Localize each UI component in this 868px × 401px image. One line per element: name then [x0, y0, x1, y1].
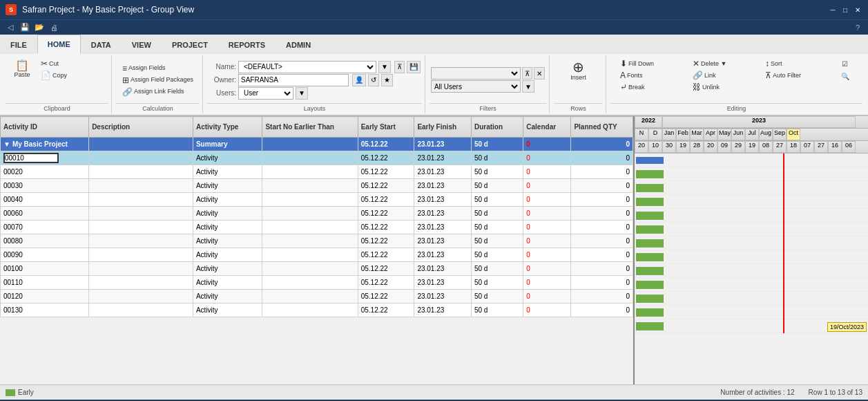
row-info: Row 1 to 13 of 13 [809, 389, 862, 396]
period-feb: Feb [676, 129, 690, 140]
assign-fields-button[interactable]: ≡ Assign Fields [119, 63, 189, 74]
table-row[interactable]: 00110Activity05.12.2223.01.2350 d00 [1, 276, 633, 290]
maximize-button[interactable]: □ [840, 5, 850, 15]
period-oct: Oct [787, 129, 800, 140]
search-button[interactable]: 🔍 [835, 71, 856, 82]
qa-save-button[interactable]: 💾 [19, 21, 31, 34]
tab-project[interactable]: PROJECT [162, 35, 218, 54]
col-early-start[interactable]: Early Start [358, 117, 414, 138]
table-row[interactable]: 00020Activity05.12.2223.01.2350 d00 [1, 165, 633, 179]
col-activity-type[interactable]: Activity Type [193, 117, 262, 138]
users-dropdown-btn[interactable]: ▼ [296, 87, 308, 100]
cut-icon: ✂ [41, 59, 48, 68]
filter-select1[interactable] [431, 67, 521, 80]
tab-admin[interactable]: ADMIN [276, 35, 321, 54]
gantt-bar [636, 157, 664, 164]
table-row[interactable]: 00060Activity05.12.2223.01.2350 d00 [1, 207, 633, 221]
col-planned-qty[interactable]: Planned QTY [571, 117, 633, 138]
ribbon-group-calculation: ≡ Assign Fields ⊞ Assign Field Packages … [113, 55, 203, 113]
cut-copy-group: ✂ Cut 📄 Copy [38, 58, 107, 81]
table-row[interactable]: 00080Activity05.12.2223.01.2350 d00 [1, 234, 633, 248]
filter-funnel-btn1[interactable]: ⊼ [522, 67, 532, 80]
gantt-row [635, 236, 868, 250]
col-start-ne[interactable]: Start No Earlier Than [262, 117, 358, 138]
paste-button[interactable]: 📋 Paste [7, 58, 37, 80]
grid-table-area[interactable]: Activity ID Description Activity Type St… [0, 116, 633, 384]
table-row[interactable]: 00070Activity05.12.2223.01.2350 d00 [1, 221, 633, 234]
col-calendar[interactable]: Calendar [523, 117, 571, 138]
today-date-label: 19/Oct/2023 [827, 322, 867, 332]
period-may: May [717, 129, 731, 140]
users-filter-select[interactable]: All Users [431, 80, 521, 93]
col-description[interactable]: Description [89, 117, 193, 138]
assign-link-fields-button[interactable]: 🔗 Assign Link Fields [119, 86, 189, 97]
filter-x-btn[interactable]: ✕ [534, 67, 545, 80]
table-row[interactable]: 00030Activity05.12.2223.01.2350 d00 [1, 179, 633, 193]
tab-reports[interactable]: REPORTS [218, 35, 276, 54]
expand-icon[interactable]: ▼ [3, 140, 10, 148]
table-row[interactable]: 00040Activity05.12.2223.01.2350 d00 [1, 193, 633, 207]
filter-funnel-btn2[interactable]: ▼ [522, 80, 534, 93]
owner-person-btn[interactable]: 👤 [352, 74, 366, 86]
checkmark-button[interactable]: ☑ [835, 58, 856, 70]
qa-back-button[interactable]: ◁ [4, 21, 17, 34]
auto-filter-button[interactable]: ⊼ Auto Filter [762, 70, 831, 81]
insert-button[interactable]: ⊕ Insert [566, 58, 590, 83]
qa-help-button[interactable]: ? [851, 21, 864, 34]
table-row[interactable]: 00090Activity05.12.2223.01.2350 d00 [1, 248, 633, 262]
break-button[interactable]: ⤶ Break [617, 82, 686, 93]
tab-view[interactable]: VIEW [122, 35, 162, 54]
cut-button[interactable]: ✂ Cut [38, 58, 107, 69]
table-row[interactable]: ▼My Basic ProjectSummary05.12.2223.01.23… [1, 138, 633, 151]
col-early-finish[interactable]: Early Finish [414, 117, 472, 138]
activity-count: Number of activities : 12 [720, 389, 794, 396]
day-27b: 27 [814, 141, 828, 153]
table-row[interactable]: 00130Activity05.12.2223.01.2350 d00 [1, 304, 633, 317]
users-select[interactable]: User [238, 87, 293, 100]
qa-print-button[interactable]: 🖨 [48, 21, 60, 34]
unlink-button[interactable]: ⛓ Unlink [690, 82, 759, 93]
name-dropdown-btn[interactable]: ▼ [378, 61, 391, 73]
gantt-row [635, 209, 868, 223]
ribbon-group-clipboard: 📋 Paste ✂ Cut 📄 Copy Clipboard [3, 55, 112, 113]
star-btn[interactable]: ★ [381, 74, 393, 86]
rows-items: ⊕ Insert [564, 57, 592, 103]
ribbon-tabs: FILE HOME DATA VIEW PROJECT REPORTS ADMI… [0, 35, 868, 54]
assign-fields-icon: ≡ [122, 64, 127, 73]
assign-field-packages-button[interactable]: ⊞ Assign Field Packages [119, 75, 196, 86]
table-row[interactable]: 00100Activity05.12.2223.01.2350 d00 [1, 262, 633, 276]
qa-open-button[interactable]: 📂 [33, 21, 46, 34]
gantt-row [635, 195, 868, 209]
table-row[interactable]: Activity05.12.2223.01.2350 d00 [1, 151, 633, 165]
tab-home[interactable]: HOME [37, 35, 81, 54]
gantt-bar [636, 253, 664, 261]
col-duration[interactable]: Duration [471, 117, 523, 138]
refresh-btn[interactable]: ↺ [368, 74, 379, 86]
assign-packages-icon: ⊞ [122, 76, 129, 84]
gantt-bar [636, 198, 664, 206]
filter-icon-btn[interactable]: ⊼ [394, 61, 405, 73]
period-nov: N [635, 129, 648, 140]
table-row[interactable]: 00120Activity05.12.2223.01.2350 d00 [1, 290, 633, 304]
gantt-rows: 19/Oct/2023 [635, 153, 868, 333]
rows-label: Rows [554, 103, 603, 112]
calculation-items: ≡ Assign Fields ⊞ Assign Field Packages … [118, 57, 197, 103]
copy-button[interactable]: 📄 Copy [38, 70, 107, 81]
fill-down-button[interactable]: ⬇ Fill Down [617, 58, 686, 69]
minimize-button[interactable]: ─ [828, 5, 838, 15]
tab-data[interactable]: DATA [81, 35, 122, 54]
owner-input[interactable] [238, 74, 349, 86]
name-select[interactable]: <DEFAULT> [238, 61, 376, 73]
tab-file[interactable]: FILE [0, 35, 37, 54]
close-button[interactable]: ✕ [853, 5, 862, 15]
day-20b: 20 [704, 141, 717, 153]
sort-button[interactable]: ↕ Sort [762, 58, 831, 69]
col-activity-id[interactable]: Activity ID [1, 117, 89, 138]
link-button[interactable]: 🔗 Link [690, 70, 759, 81]
filter-row1: ⊼ ✕ [431, 67, 545, 80]
statusbar-right: Number of activities : 12 Row 1 to 13 of… [720, 389, 862, 396]
fonts-button[interactable]: A Fonts [617, 70, 686, 81]
delete-button[interactable]: ✕ Delete ▼ [690, 58, 759, 69]
activity-id-input[interactable] [3, 153, 59, 163]
save-layout-btn[interactable]: 💾 [407, 61, 421, 73]
